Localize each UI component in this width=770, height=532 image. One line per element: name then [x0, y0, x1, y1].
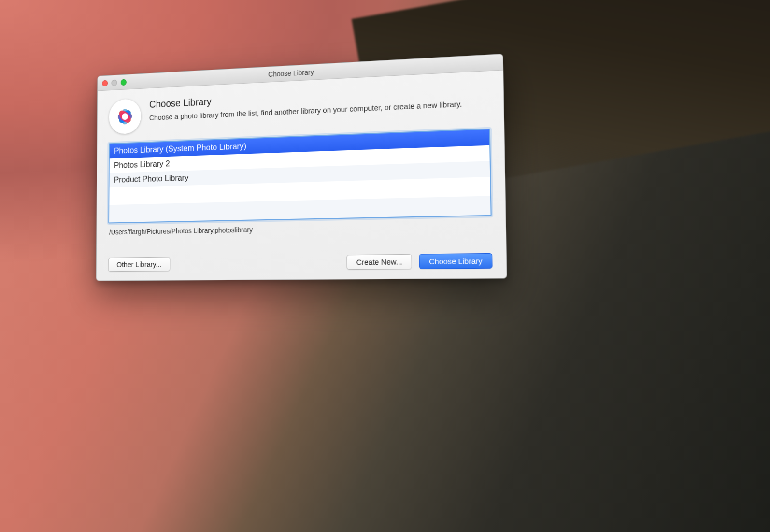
library-listbox[interactable]: Photos Library (System Photo Library) Ph…: [108, 129, 492, 224]
choose-library-button[interactable]: Choose Library: [419, 253, 493, 269]
selected-library-path: /Users/flargh/Pictures/Photos Library.ph…: [109, 221, 491, 236]
create-new-button[interactable]: Create New...: [347, 254, 412, 270]
photos-app-icon: [109, 99, 141, 135]
choose-library-dialog: Choose Library: [96, 54, 507, 281]
other-library-button[interactable]: Other Library...: [108, 257, 171, 272]
traffic-lights: [98, 79, 127, 86]
zoom-icon[interactable]: [121, 79, 127, 86]
close-icon[interactable]: [102, 80, 108, 86]
minimize-icon[interactable]: [111, 79, 117, 86]
